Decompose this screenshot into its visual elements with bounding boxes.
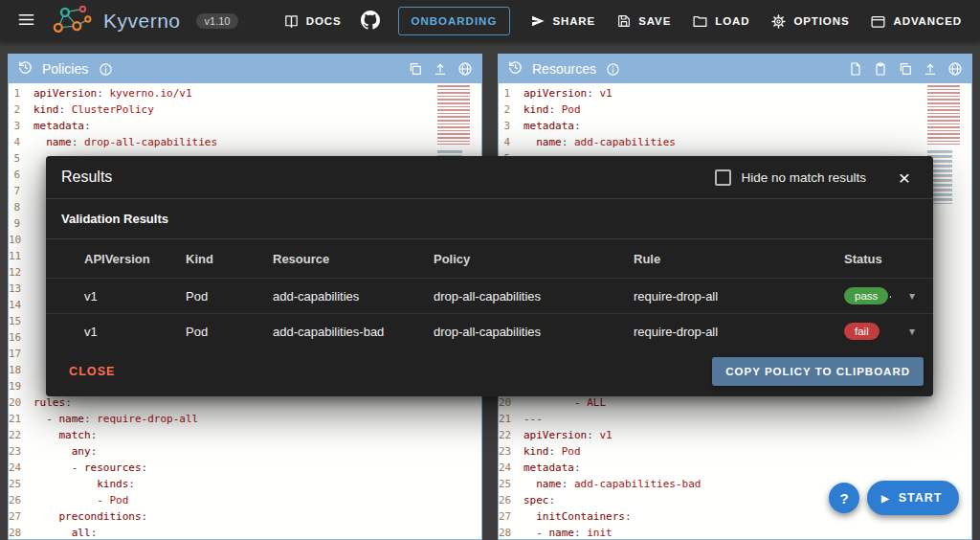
globe-icon[interactable] [943, 56, 968, 81]
policies-panel-header: Policies [9, 55, 481, 83]
load-button[interactable]: LOAD [683, 6, 758, 37]
line-number: 24 [499, 460, 523, 476]
checkbox-box[interactable] [715, 169, 731, 186]
cell-rule: require-drop-all [634, 325, 844, 339]
line-number: 3 [499, 118, 523, 134]
code-line: 2kind: ClusterPolicy [9, 101, 481, 118]
line-number: 15 [9, 313, 33, 329]
code-line: 23kind: Pod [499, 443, 971, 460]
cell-policy: drop-all-capabilities [434, 289, 634, 304]
cell-apiversion: v1 [84, 289, 186, 304]
line-number: 21 [9, 411, 33, 427]
menu-button[interactable] [10, 5, 42, 37]
start-label: START [899, 491, 943, 505]
kyverno-playground: Kyverno v1.10 DOCS ONBOARDING SHARE [0, 0, 980, 540]
line-number: 20 [499, 394, 523, 411]
save-button[interactable]: SAVE [608, 6, 679, 36]
file-icon[interactable] [843, 56, 868, 81]
policies-title: Policies [42, 61, 88, 77]
github-button[interactable] [354, 5, 387, 37]
line-number: 25 [499, 476, 523, 492]
line-number: 28 [499, 525, 523, 539]
code-line: 1apiVersion: v1 [499, 85, 971, 101]
line-number: 2 [9, 101, 33, 118]
upload-icon[interactable] [918, 56, 943, 81]
code-line: 25 kinds: [9, 476, 481, 492]
line-number: 17 [9, 346, 33, 362]
table-row: v1Podadd-capabilitiesdrop-all-capabiliti… [46, 278, 933, 313]
share-icon [530, 13, 546, 29]
restore-button[interactable] [12, 56, 37, 81]
help-button[interactable]: ? [829, 483, 859, 513]
chevron-down-icon[interactable]: ▾ [891, 289, 933, 303]
line-number: 23 [9, 443, 33, 460]
play-icon: ▶ [881, 493, 890, 504]
start-button[interactable]: ▶ START [867, 481, 959, 515]
code-line: 27 preconditions: [9, 508, 481, 525]
save-label: SAVE [638, 15, 671, 27]
resources-panel-header: Resources [499, 55, 971, 83]
close-button[interactable]: CLOSE [61, 357, 123, 386]
share-button[interactable]: SHARE [522, 6, 604, 36]
line-number: 13 [9, 281, 33, 297]
cell-kind: Pod [186, 325, 273, 339]
line-number: 12 [9, 264, 33, 281]
restore-icon [17, 59, 33, 79]
load-folder-icon [692, 13, 708, 30]
code-line: 1apiVersion: kyverno.io/v1 [9, 85, 481, 101]
restore-button[interactable] [502, 56, 527, 81]
line-number: 21 [499, 411, 523, 427]
code-line: 21 - name: require-drop-all [9, 411, 481, 427]
code-line: 3metadata: [499, 118, 971, 134]
copy-icon[interactable] [403, 56, 428, 81]
code-line: 20rules: [9, 394, 481, 411]
line-number: 23 [499, 443, 523, 460]
info-icon[interactable] [601, 56, 626, 81]
line-number: 26 [9, 492, 33, 508]
upload-icon[interactable] [428, 56, 453, 81]
line-number: 20 [9, 394, 33, 411]
copy-icon[interactable] [893, 56, 918, 81]
line-number: 3 [9, 118, 33, 134]
code-line: 4 name: add-capabilities [499, 134, 971, 150]
restore-icon [507, 59, 523, 79]
info-icon[interactable] [93, 56, 118, 81]
globe-icon[interactable] [453, 56, 478, 81]
copy-policy-button[interactable]: COPY POLICY TO CLIPBOARD [712, 357, 924, 386]
docs-button[interactable]: DOCS [275, 6, 350, 37]
hide-no-match-checkbox[interactable]: Hide no match results [715, 169, 866, 186]
col-status: Status [844, 252, 891, 266]
line-number: 7 [9, 183, 33, 199]
close-icon[interactable]: × [891, 164, 918, 191]
col-resource: Resource [273, 252, 434, 266]
onboarding-button[interactable]: ONBOARDING [398, 7, 511, 35]
col-kind: Kind [186, 252, 273, 266]
line-number: 1 [9, 85, 33, 101]
advanced-button[interactable]: ADVANCED [861, 6, 970, 37]
clipboard-icon[interactable] [868, 56, 893, 81]
code-line: 28 all: [9, 525, 481, 539]
advanced-label: ADVANCED [893, 15, 962, 27]
line-number: 10 [9, 232, 33, 248]
line-number: 18 [9, 362, 33, 378]
options-button[interactable]: OPTIONS [762, 6, 858, 37]
code-line: 3metadata: [9, 118, 481, 134]
minimap[interactable] [927, 85, 968, 539]
save-icon [616, 13, 632, 29]
code-line: 20 - ALL [499, 394, 971, 411]
code-line: 28 - name: init [499, 525, 971, 539]
code-line: 21--- [499, 411, 971, 427]
hamburger-icon [17, 11, 35, 32]
brand-name: Kyverno [103, 10, 181, 33]
code-line: 24metadata: [499, 460, 971, 476]
line-number: 6 [9, 167, 33, 183]
cell-resource: add-capabilities-bad [273, 325, 434, 339]
chevron-down-icon[interactable]: ▾ [891, 325, 933, 338]
cell-resource: add-capabilities [273, 289, 434, 304]
line-number: 22 [499, 427, 523, 443]
kyverno-logo [50, 3, 94, 39]
line-number: 9 [9, 215, 33, 232]
code-line: 23 any: [9, 443, 481, 460]
line-number: 27 [499, 508, 523, 525]
line-number: 22 [9, 427, 33, 443]
